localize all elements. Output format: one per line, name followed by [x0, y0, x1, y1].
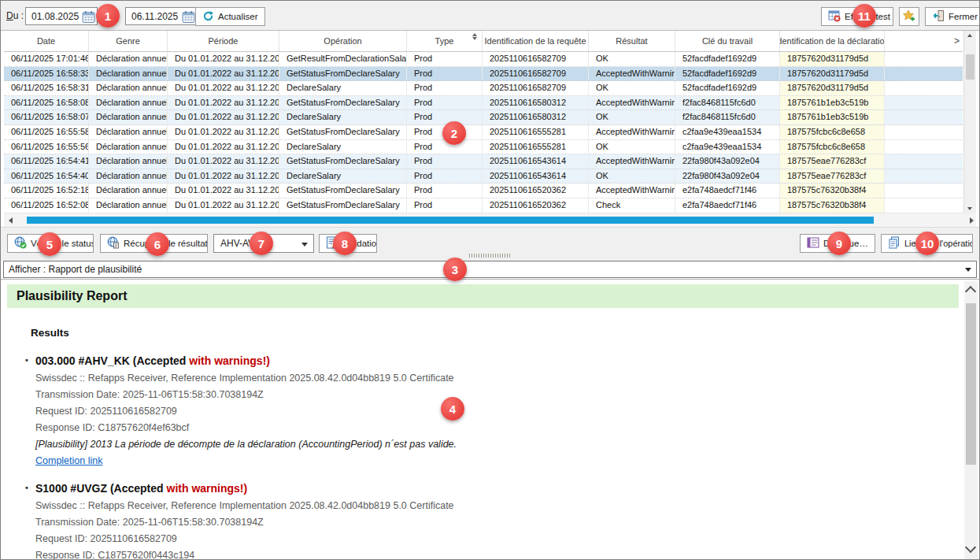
cell-filler — [885, 125, 963, 139]
cell-genre: Déclaration annuelle — [89, 110, 168, 124]
results-heading: Results — [31, 327, 979, 339]
new-declaration-button[interactable] — [899, 7, 919, 26]
refresh-button[interactable]: Actualiser — [195, 7, 265, 26]
table-row[interactable]: 06/11/2025 17:01:46Déclaration annuelleD… — [4, 52, 963, 67]
cell-resultat: OK — [589, 110, 675, 124]
cell-type: Prod — [407, 67, 483, 81]
calendar-icon[interactable] — [82, 10, 95, 26]
cell-declaration: 187575fcbc6c8e658 — [780, 125, 885, 139]
column-header[interactable]: Date — [4, 31, 89, 51]
scroll-up-icon[interactable] — [967, 34, 972, 37]
table-row[interactable]: 06/11/2025 16:58:08Déclaration annuelleD… — [4, 96, 963, 111]
cell-requete: 2025110616582709 — [483, 52, 589, 66]
cell-date: 06/11/2025 16:58:31 — [4, 81, 89, 95]
entry-title: •S1000 #UVGZ (Accepted with warnings!) — [35, 482, 979, 495]
completion-link[interactable]: Completion link — [35, 453, 102, 469]
column-header[interactable]: Identification de la déclaration — [780, 31, 885, 51]
cell-requete: 2025110616555281 — [483, 140, 589, 154]
table-row[interactable]: 06/11/2025 16:54:40Déclaration annuelleD… — [4, 169, 963, 184]
cell-cle: 52facdfadef1692d9 — [675, 81, 780, 95]
column-header[interactable]: Identification de la requête — [483, 31, 589, 51]
cell-requete: 2025110616580312 — [483, 96, 589, 110]
cell-cle: 52facdfadef1692d9 — [675, 52, 780, 66]
cell-operation: GetStatusFromDeclareSalary — [279, 154, 407, 169]
column-header[interactable]: Clé du travail — [675, 31, 780, 51]
cell-type: Prod — [407, 154, 483, 169]
scroll-right-icon[interactable] — [970, 217, 974, 224]
table-row[interactable]: 06/11/2025 16:54:41Déclaration annuelleD… — [4, 154, 963, 169]
date-to-field[interactable]: 06.11.2025 — [125, 7, 198, 25]
cell-requete: 2025110616582709 — [483, 81, 589, 95]
table-horizontal-scrollbar[interactable] — [4, 213, 976, 227]
scroll-down-icon[interactable] — [965, 542, 976, 553]
cell-type: Prod — [407, 140, 483, 154]
table-vertical-scrollbar[interactable] — [963, 31, 976, 213]
cell-genre: Déclaration annuelle — [89, 52, 168, 66]
column-header[interactable]: Opération — [279, 31, 407, 51]
scroll-left-icon[interactable] — [9, 217, 13, 224]
cell-filler — [885, 110, 963, 124]
entry-transmission: Transmission Date: 2025-11-06T15:58:30.7… — [35, 387, 979, 403]
scroll-down-icon[interactable] — [967, 207, 972, 210]
sort-indicator-icon[interactable] — [472, 33, 478, 41]
entry-receiver: Swissdec :: Refapps Receiver, Reference … — [35, 370, 979, 387]
cell-filler — [885, 52, 963, 66]
column-header[interactable]: Genre — [89, 31, 168, 51]
cell-declaration: 18757620d31179d5d — [780, 52, 885, 66]
cell-periode: Du 01.01.2022 au 31.12.2022 — [168, 125, 279, 139]
cell-resultat: AcceptedWithWarning — [589, 184, 675, 198]
table-row[interactable]: 06/11/2025 16:58:33Déclaration annuelleD… — [4, 67, 963, 82]
cell-date: 06/11/2025 16:54:40 — [4, 169, 89, 184]
cell-requete: 2025110616555281 — [483, 125, 589, 139]
table-row[interactable]: 06/11/2025 16:55:58Déclaration annuelleD… — [4, 125, 963, 140]
cell-periode: Du 01.01.2022 au 31.12.2022 — [168, 67, 279, 81]
cell-operation: DeclareSalary — [279, 169, 407, 184]
cell-operation: DeclareSalary — [279, 81, 407, 95]
table-row[interactable]: 06/11/2025 16:52:08Déclaration annuelleD… — [4, 198, 963, 213]
cell-filler — [885, 67, 963, 81]
annotation-badge-2: 2 — [442, 121, 466, 145]
report-scroll-thumb[interactable] — [966, 303, 976, 465]
annotation-badge-7: 7 — [250, 232, 273, 255]
scroll-up-icon[interactable] — [965, 286, 976, 297]
column-header[interactable]: Période — [168, 31, 279, 51]
annotation-badge-3: 3 — [443, 258, 467, 281]
cell-resultat: OK — [589, 81, 675, 95]
cell-genre: Déclaration annuelle — [89, 96, 168, 110]
cell-date: 06/11/2025 16:55:58 — [4, 125, 89, 139]
cell-declaration: 1875761b1eb3c519b — [780, 110, 885, 124]
cell-declaration: 187575eae776283cf — [780, 154, 885, 169]
cell-periode: Du 01.01.2022 au 31.12.2022 — [168, 169, 279, 184]
vertical-scroll-thumb[interactable] — [966, 54, 974, 80]
cell-resultat: Check — [589, 198, 675, 213]
cell-cle: c2faa9e439eaa1534 — [675, 140, 780, 154]
cell-genre: Déclaration annuelle — [89, 125, 168, 139]
cell-operation: GetStatusFromDeclareSalary — [279, 184, 407, 198]
table-row[interactable]: 06/11/2025 16:55:56Déclaration annuelleD… — [4, 140, 963, 155]
close-button[interactable]: Fermer — [925, 7, 980, 26]
entry-transmission: Transmission Date: 2025-11-06T15:58:30.7… — [35, 514, 979, 531]
cell-resultat: OK — [589, 52, 675, 66]
report-vertical-scrollbar[interactable] — [964, 281, 978, 559]
cell-type: Prod — [407, 81, 483, 95]
calendar-icon[interactable] — [182, 10, 195, 26]
horizontal-scroll-thumb[interactable] — [27, 217, 874, 224]
splitter-handle[interactable] — [469, 254, 510, 258]
date-from-field[interactable]: 01.08.2025 — [25, 7, 98, 25]
warning-text: with warnings!) — [167, 482, 248, 495]
globe-check-icon — [14, 236, 27, 250]
cell-filler — [885, 96, 963, 110]
table-row[interactable]: 06/11/2025 16:52:18Déclaration annuelleD… — [4, 184, 963, 198]
display-mode-select[interactable]: Afficher : Rapport de plausibilité — [3, 261, 977, 278]
column-header[interactable]: Résultat — [589, 31, 675, 51]
column-expand-icon[interactable]: > — [954, 35, 960, 46]
cell-periode: Du 01.01.2022 au 31.12.2022 — [168, 184, 279, 198]
cell-resultat: AcceptedWithWarning — [589, 125, 675, 139]
cell-filler — [885, 184, 963, 198]
cell-requete: 2025110616580312 — [483, 110, 589, 124]
table-row[interactable]: 06/11/2025 16:58:07Déclaration annuelleD… — [4, 110, 963, 125]
cell-cle: c2faa9e439eaa1534 — [675, 125, 780, 139]
table-row[interactable]: 06/11/2025 16:58:31Déclaration annuelleD… — [4, 81, 963, 96]
cell-date: 06/11/2025 16:52:18 — [4, 184, 89, 198]
header-filler — [885, 31, 963, 51]
